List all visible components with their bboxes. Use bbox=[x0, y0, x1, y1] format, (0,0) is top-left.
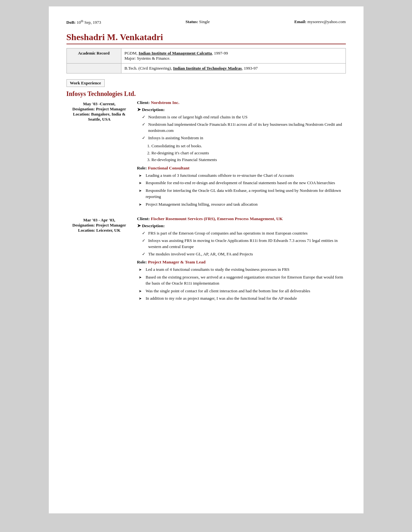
candidate-name: Sheshadri M. Venkatadri bbox=[66, 32, 346, 44]
email-info: Email: mysoresv@yahoo.com bbox=[294, 19, 346, 25]
company-name: Infosys Technologies Ltd. bbox=[66, 90, 346, 98]
email-label: Email: bbox=[294, 19, 306, 24]
project2-location: Location: Leicester, UK bbox=[66, 228, 132, 233]
project1-designation: Designation: Project Manager bbox=[66, 107, 132, 112]
project2-dates: Mar '03 - Apr '03, bbox=[66, 218, 132, 223]
project1-right: Client: Nordstrom Inc. ➤ Description: No… bbox=[137, 100, 346, 209]
dob-label: DoB: bbox=[66, 20, 76, 25]
header-info: DoB: 10th Sep, 1973 Status: Single Email… bbox=[66, 19, 346, 25]
list-item: Based on the existing processes, we arri… bbox=[139, 274, 346, 287]
project1-role-list: Leading a team of 3 functional consultan… bbox=[137, 172, 346, 208]
list-item: Responsible for interfacing the Oracle G… bbox=[139, 187, 346, 200]
project2-desc-header: ➤ Description: bbox=[137, 223, 346, 228]
list-item: Consolidating its set of books. bbox=[152, 143, 346, 149]
list-item: Responsible for end-to-end re-design and… bbox=[139, 180, 346, 186]
status-info: Status: Single bbox=[186, 19, 210, 25]
academic-entry2: B.Tech. (Civil Engineering), Indian Inst… bbox=[121, 64, 346, 73]
list-item: Project Management including billing, re… bbox=[139, 201, 346, 208]
list-item: Was the single point of contact for all … bbox=[139, 288, 346, 294]
list-item: The modules involved were GL, AP, AR, OM… bbox=[142, 251, 346, 257]
project2-left: Mar '03 - Apr '03, Designation: Project … bbox=[66, 216, 137, 304]
project2-block: Mar '03 - Apr '03, Designation: Project … bbox=[66, 216, 346, 304]
list-item: Re-developing its Financial Statements bbox=[152, 157, 346, 163]
list-item: FRS is part of the Emerson Group of comp… bbox=[142, 230, 346, 236]
project1-num-list: Consolidating its set of books. Re-desig… bbox=[137, 143, 346, 163]
project1-role-header: Role: Functional Consultant bbox=[137, 166, 346, 171]
work-experience-label-wrapper: Work Experience bbox=[66, 79, 346, 90]
project2-client: Client: Fischer Rosemount Services (FRS)… bbox=[137, 216, 346, 221]
list-item: Infosys is assisting Nordstrom in bbox=[142, 135, 346, 141]
project2-right: Client: Fischer Rosemount Services (FRS)… bbox=[137, 216, 346, 304]
list-item: In addition to my role as project manage… bbox=[139, 295, 346, 302]
academic-label: Academic Record bbox=[66, 48, 121, 64]
work-experience-label: Work Experience bbox=[66, 79, 105, 87]
resume-page: DoB: 10th Sep, 1973 Status: Single Email… bbox=[49, 6, 364, 513]
project1-left: May '03 -Current, Designation: Project M… bbox=[66, 100, 137, 209]
project1-block: May '03 -Current, Designation: Project M… bbox=[66, 100, 346, 209]
list-item: Nordstrom had implemented Oracle Financi… bbox=[142, 121, 346, 134]
list-item: Led a team of 4 functional consultants t… bbox=[139, 266, 346, 273]
status-label: Status: bbox=[186, 19, 198, 24]
project1-desc-header: ➤ Description: bbox=[137, 107, 346, 112]
project2-check-list: FRS is part of the Emerson Group of comp… bbox=[137, 230, 346, 257]
project2-role-header: Role: Project Manager & Team Lead bbox=[137, 260, 346, 265]
list-item: Leading a team of 3 functional consultan… bbox=[139, 172, 346, 179]
list-item: Nordstrom is one of largest high end ret… bbox=[142, 114, 346, 120]
academic-table: Academic Record PGDM, Indian Institute o… bbox=[66, 48, 346, 73]
project2-role-list: Led a team of 4 functional consultants t… bbox=[137, 266, 346, 302]
academic-entry1: PGDM, Indian Institute of Management Cal… bbox=[121, 48, 346, 64]
dob-info: DoB: 10th Sep, 1973 bbox=[66, 19, 101, 25]
list-item: Re-designing it's chart of accounts bbox=[152, 150, 346, 156]
academic-label-empty bbox=[66, 64, 121, 73]
list-item: Infosys was assisting FRS in moving to O… bbox=[142, 237, 346, 250]
dob-value: 10th Sep, 1973 bbox=[77, 20, 101, 25]
project1-client: Client: Nordstrom Inc. bbox=[137, 100, 346, 105]
project1-check-list: Nordstrom is one of largest high end ret… bbox=[137, 114, 346, 141]
project1-location: Location: Bangalore, India & Seattle, US… bbox=[66, 112, 132, 122]
project2-designation: Designation: Project Manager bbox=[66, 223, 132, 228]
project1-dates: May '03 -Current, bbox=[66, 101, 132, 107]
